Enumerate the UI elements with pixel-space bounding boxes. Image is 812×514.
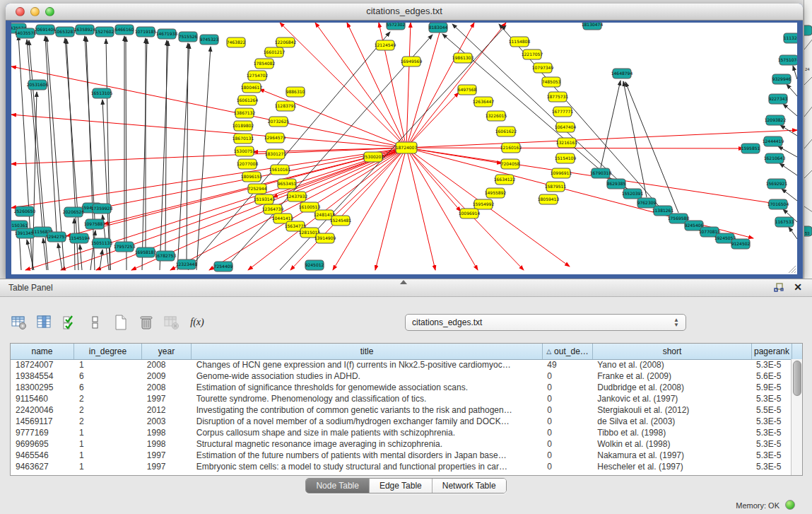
table-source-select[interactable]: citations_edges.txt ▲▼ bbox=[405, 314, 686, 331]
network-node[interactable]: 10719185 bbox=[135, 27, 157, 37]
column-header-pagerank[interactable]: pagerank bbox=[752, 344, 792, 359]
network-node[interactable]: 16790318 bbox=[590, 168, 612, 178]
delete-column-button[interactable] bbox=[137, 313, 155, 332]
network-node[interactable]: 11283791 bbox=[275, 101, 297, 111]
network-node[interactable]: 12160162 bbox=[500, 143, 522, 153]
network-node[interactable]: 18004617 bbox=[241, 83, 263, 93]
network-node[interactable]: 9653451 bbox=[278, 179, 297, 189]
splitter-handle[interactable] bbox=[400, 280, 407, 284]
network-node[interactable]: 10096914 bbox=[459, 209, 481, 218]
network-node[interactable]: 14648794 bbox=[611, 69, 633, 78]
network-node[interactable]: 12444419 bbox=[763, 136, 784, 146]
network-node[interactable]: 12942757 bbox=[46, 232, 68, 242]
network-node[interactable]: 9886310 bbox=[286, 87, 305, 97]
network-node[interactable]: 13867132 bbox=[234, 108, 256, 118]
network-node[interactable]: 10975887 bbox=[84, 219, 106, 229]
network-node[interactable]: 17016504 bbox=[767, 199, 789, 209]
network-node[interactable]: 16061264 bbox=[237, 95, 259, 105]
network-node[interactable]: 12437932 bbox=[286, 192, 308, 201]
network-node[interactable]: 18724007 bbox=[396, 142, 418, 153]
network-node[interactable]: 7252944 bbox=[248, 184, 267, 194]
column-header-year[interactable]: year bbox=[142, 344, 192, 359]
network-node[interactable]: 18775731 bbox=[547, 92, 569, 102]
network-node[interactable]: 8183044 bbox=[429, 23, 448, 33]
resize-grip-icon[interactable] bbox=[787, 264, 796, 274]
network-node[interactable]: 16601217 bbox=[264, 47, 286, 57]
network-node[interactable]: 12077008 bbox=[237, 159, 259, 169]
network-node[interactable]: 12124549 bbox=[375, 40, 396, 50]
network-node[interactable]: 16210643 bbox=[764, 153, 786, 163]
network-node[interactable]: 12093822 bbox=[765, 115, 787, 125]
show-columns-button[interactable] bbox=[35, 313, 54, 332]
network-node[interactable]: 14955892 bbox=[485, 188, 507, 198]
network-node[interactable]: 18059413 bbox=[538, 194, 560, 204]
network-node[interactable]: 15610161 bbox=[269, 165, 291, 175]
float-panel-icon[interactable] bbox=[774, 283, 784, 292]
network-node[interactable]: 7254409 bbox=[214, 262, 233, 271]
network-node[interactable]: 12964573 bbox=[264, 133, 286, 143]
network-node[interactable]: 18130474 bbox=[582, 23, 604, 30]
network-canvas[interactable]: 6435574140355782069140610653287163589241… bbox=[11, 23, 797, 274]
network-node[interactable]: 13226015 bbox=[486, 111, 507, 121]
table-settings-button[interactable] bbox=[10, 313, 28, 332]
table-row[interactable]: 977716911998Corpus callosum shape and si… bbox=[11, 427, 792, 438]
close-panel-icon[interactable]: ✕ bbox=[794, 281, 802, 293]
network-node[interactable]: 7515526 bbox=[179, 32, 198, 42]
network-node[interactable]: 18670131 bbox=[233, 134, 254, 144]
network-node[interactable]: 16949569 bbox=[401, 57, 423, 66]
network-node[interactable]: 15692921 bbox=[766, 179, 788, 189]
network-node[interactable]: 9329946 bbox=[772, 74, 792, 84]
network-node[interactable]: 8629385 bbox=[607, 179, 626, 189]
network-node[interactable]: 19861303 bbox=[452, 53, 474, 63]
network-node[interactable]: 16061622 bbox=[495, 127, 517, 136]
row-height-button[interactable] bbox=[86, 313, 105, 332]
network-node[interactable]: 15300751 bbox=[234, 146, 256, 156]
table-row[interactable]: 1872400712008Changes of HCN gene express… bbox=[11, 359, 792, 370]
network-node[interactable]: 17854082 bbox=[254, 59, 276, 69]
network-node[interactable]: 20691406 bbox=[35, 25, 57, 35]
network-node[interactable]: 20531606 bbox=[27, 80, 49, 90]
table-row[interactable]: 946554611997Estimation of the future num… bbox=[11, 450, 792, 461]
table-row[interactable]: 1456911722003Disruption of a novel membe… bbox=[11, 416, 792, 427]
network-node[interactable]: 12206842 bbox=[275, 37, 297, 47]
network-node[interactable]: 5572302 bbox=[387, 23, 406, 30]
network-node[interactable]: 11154808 bbox=[509, 37, 531, 47]
network-node[interactable]: 12217057 bbox=[522, 49, 543, 59]
tab-node-table[interactable]: Node Table bbox=[306, 479, 370, 493]
network-node[interactable]: 10189802 bbox=[233, 121, 254, 131]
column-header-out_de[interactable]: △out_de… bbox=[543, 344, 593, 359]
network-node[interactable]: 16513105 bbox=[91, 88, 113, 98]
table-row[interactable]: 946362711997Embryonic stem cells: a mode… bbox=[11, 461, 792, 472]
network-node[interactable]: 16958187 bbox=[135, 247, 157, 257]
network-node[interactable]: 20206526 bbox=[63, 207, 85, 217]
network-node[interactable]: 11545194 bbox=[69, 233, 90, 243]
network-node[interactable]: 7204058 bbox=[501, 159, 520, 169]
network-node[interactable]: 1527602 bbox=[95, 27, 114, 37]
table-scrollbar-thumb[interactable] bbox=[793, 361, 801, 396]
network-node[interactable]: 1113245 bbox=[784, 33, 797, 43]
tab-edge-table[interactable]: Edge Table bbox=[370, 479, 433, 493]
table-scrollbar[interactable] bbox=[791, 359, 802, 475]
tab-network-table[interactable]: Network Table bbox=[433, 479, 506, 493]
table-row[interactable]: 969969511998Structural magnetic resonanc… bbox=[11, 438, 792, 450]
column-header-in_degree[interactable]: in_degree bbox=[74, 344, 142, 359]
network-node[interactable]: 13914909 bbox=[314, 233, 336, 243]
function-builder-button[interactable]: f(x) bbox=[188, 313, 206, 332]
network-node[interactable]: 13216161 bbox=[556, 138, 578, 148]
network-node[interactable]: 15193143 bbox=[254, 194, 276, 204]
column-header-short[interactable]: short bbox=[593, 344, 752, 359]
network-node[interactable]: 9245012 bbox=[305, 260, 324, 270]
network-node[interactable]: 9124502 bbox=[731, 239, 751, 249]
column-header-title[interactable]: title bbox=[192, 344, 543, 359]
network-node[interactable]: 18301271 bbox=[265, 149, 287, 159]
network-node[interactable]: 16782753 bbox=[155, 251, 177, 261]
table-row[interactable]: 1830029562008Estimation of significance … bbox=[11, 382, 792, 393]
network-node[interactable]: 9745323 bbox=[200, 35, 219, 45]
network-node[interactable]: 16634122 bbox=[494, 175, 516, 185]
network-node[interactable]: 10653287 bbox=[54, 27, 76, 37]
new-column-button[interactable] bbox=[112, 313, 130, 332]
network-node[interactable]: 9227343 bbox=[769, 94, 788, 104]
network-node[interactable]: 16777771 bbox=[552, 107, 574, 117]
network-node[interactable]: 15879511 bbox=[545, 182, 567, 192]
network-node[interactable]: 7485053 bbox=[542, 77, 561, 87]
